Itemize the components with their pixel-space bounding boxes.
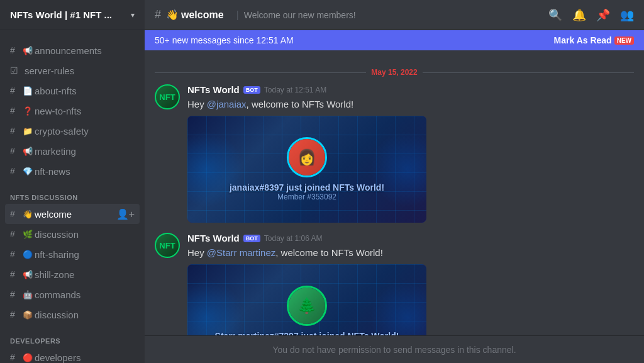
channel-item-welcome[interactable]: # 👋 welcome 👤+ — [5, 204, 140, 224]
bottom-bar: You do not have permission to send messa… — [145, 335, 644, 363]
divider-line-left — [155, 72, 366, 73]
sidebar: NFTs World | #1 NFT ... ▾ # 📢 announceme… — [0, 0, 145, 363]
channel-item-discussion1[interactable]: # 🌿 discussion — [5, 224, 140, 244]
channel-name: developers — [35, 352, 135, 363]
mark-as-read-label: Mark As Read — [554, 35, 612, 45]
hash-icon: # — [10, 229, 20, 239]
add-member-icon[interactable]: 👤+ — [116, 208, 135, 220]
channel-item-commands[interactable]: # 🤖 commands — [5, 284, 140, 304]
channel-name: marketing — [35, 146, 135, 157]
hash-icon: # — [10, 269, 20, 279]
message-text-1: Hey @janaiax, welcome to NFTs World! — [187, 98, 634, 111]
message-mention-2: @Starr martinez — [207, 247, 275, 258]
channel-emoji: 💎 — [23, 167, 33, 176]
card-glow-right-1 — [370, 131, 426, 207]
message-text-2: Hey @Starr martinez, welcome to NFTs Wor… — [187, 246, 634, 259]
channel-item-nft-news[interactable]: # 💎 nft-news — [5, 161, 140, 181]
banner-text: 50+ new messages since 12:51 AM — [155, 35, 554, 45]
hash-icon: # — [10, 310, 20, 320]
header-icons-group: 🔍 🔔 📌 👥 — [548, 8, 634, 22]
date-divider-text: May 15, 2022 — [371, 68, 417, 77]
bot-badge-2: BOT — [243, 235, 260, 242]
channel-item-about-nfts[interactable]: # 📄 about-nfts — [5, 81, 140, 101]
hash-icon: # — [10, 126, 20, 136]
hash-icon: # — [10, 86, 20, 96]
pin-icon[interactable]: 📌 — [596, 8, 610, 22]
developers-section: DEVELOPERS # 🔴 developers — [0, 327, 145, 363]
section-label-nfts-discussion: NFTS DISCUSSION — [5, 194, 140, 201]
channel-item-discussion2[interactable]: # 📦 discussion — [5, 304, 140, 325]
message-group-2: NFT NFTs World BOT Today at 1:06 AM Hey … — [155, 233, 634, 335]
members-icon[interactable]: 👥 — [620, 8, 634, 22]
channel-hash-icon: # — [155, 8, 161, 21]
hashtag-icon[interactable]: 🔍 — [548, 8, 562, 22]
message-author-2: NFTs World — [187, 233, 240, 243]
channel-name: commands — [35, 289, 135, 300]
channel-emoji: 🌿 — [23, 230, 33, 239]
card-member-text-1: Member #353092 — [277, 193, 336, 201]
channel-emoji: 🤖 — [23, 290, 33, 299]
section-label-developers: DEVELOPERS — [5, 337, 140, 345]
channel-emoji: 📢 — [23, 270, 33, 279]
message-group-1: NFT NFTs World BOT Today at 12:51 AM Hey… — [155, 84, 634, 223]
hash-icon: # — [10, 289, 20, 299]
channel-header: # 👋 welcome | Welcome our new members! 🔍… — [145, 0, 644, 30]
hash-icon: # — [10, 166, 20, 176]
message-mention-1: @janaiax — [207, 99, 247, 109]
hash-icon: ☑ — [10, 65, 20, 75]
card-avatar-img-1: 👩 — [289, 139, 325, 176]
message-author-1: NFTs World — [187, 84, 240, 95]
channel-item-developers[interactable]: # 🔴 developers — [5, 347, 140, 363]
card-avatar-container-1: 👩 — [287, 137, 327, 177]
message-post-text-1: , welcome to NFTs World! — [247, 99, 354, 109]
message-content-1: NFTs World BOT Today at 12:51 AM Hey @ja… — [187, 84, 634, 223]
message-header-2: NFTs World BOT Today at 1:06 AM — [187, 233, 634, 243]
channel-header-name: welcome — [181, 9, 224, 21]
messages-area: May 15, 2022 NFT NFTs World BOT Today at… — [145, 50, 644, 335]
channel-emoji: 📄 — [23, 86, 33, 96]
channel-item-nft-sharing[interactable]: # 🔵 nft-sharing — [5, 244, 140, 264]
channel-emoji: 📢 — [23, 147, 33, 156]
channel-item-announcements[interactable]: # 📢 announcements — [5, 40, 140, 60]
channel-name: shill-zone — [35, 269, 135, 280]
server-name: NFTs World | #1 NFT ... — [10, 9, 131, 20]
channel-emoji: 🔴 — [23, 353, 33, 362]
channel-emoji: 👋 — [23, 209, 33, 219]
channel-item-crypto-safety[interactable]: # 📁 crypto-safety — [5, 121, 140, 141]
channel-name: discussion — [35, 310, 135, 320]
channel-name: discussion — [35, 229, 135, 240]
bell-icon[interactable]: 🔔 — [572, 8, 586, 22]
divider-line-right — [423, 72, 634, 73]
card-avatar-1: 👩 — [287, 137, 327, 177]
top-channels-section: # 📢 announcements ☑ server-rules # 📄 abo… — [0, 30, 145, 184]
card-glow-left-2 — [187, 280, 244, 335]
welcome-card-1: 👩 janaiax#8397 just joined NFTs World! M… — [187, 116, 426, 223]
hash-icon: # — [10, 146, 20, 156]
channel-emoji: 📢 — [23, 46, 33, 55]
channel-item-new-to-nfts[interactable]: # ❓ new-to-nfts — [5, 101, 140, 121]
main-content: # 👋 welcome | Welcome our new members! 🔍… — [145, 0, 644, 363]
card-avatar-img-2: 🌲 — [289, 288, 325, 324]
channel-item-shill-zone[interactable]: # 📢 shill-zone — [5, 264, 140, 284]
channel-emoji: 🔵 — [23, 250, 33, 259]
hash-icon: # — [10, 249, 20, 259]
channel-header-description: Welcome our new members! — [244, 10, 548, 20]
message-content-2: NFTs World BOT Today at 1:06 AM Hey @Sta… — [187, 233, 634, 335]
nft-world-avatar-2: NFT — [155, 233, 180, 258]
channel-header-emoji: 👋 — [166, 9, 179, 21]
channel-name: new-to-nfts — [35, 106, 135, 116]
welcome-card-2: 🌲 Starr martinez#7397 just joined NFTs W… — [187, 264, 426, 335]
server-header[interactable]: NFTs World | #1 NFT ... ▾ — [0, 0, 145, 30]
card-avatar-2: 🌲 — [287, 286, 327, 326]
welcome-card-bg-2: 🌲 Starr martinez#7397 just joined NFTs W… — [187, 264, 426, 335]
message-pre-text-2: Hey — [187, 247, 207, 258]
hash-icon: # — [10, 352, 20, 362]
header-divider: | — [236, 9, 239, 21]
message-header-1: NFTs World BOT Today at 12:51 AM — [187, 84, 634, 95]
new-badge: NEW — [614, 36, 634, 45]
hash-icon: # — [10, 106, 20, 116]
mark-as-read-button[interactable]: Mark As Read NEW — [554, 35, 634, 45]
channel-item-marketing[interactable]: # 📢 marketing — [5, 141, 140, 161]
message-time-2: Today at 1:06 AM — [264, 234, 323, 243]
channel-item-server-rules[interactable]: ☑ server-rules — [5, 60, 140, 81]
